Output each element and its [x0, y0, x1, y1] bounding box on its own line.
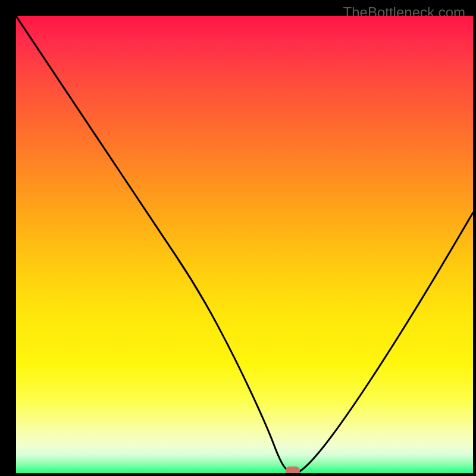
optimum-marker	[286, 466, 300, 473]
chart-frame: TheBottleneck.com	[7, 7, 469, 469]
bottleneck-curve	[16, 16, 473, 473]
plot-area	[16, 16, 473, 473]
